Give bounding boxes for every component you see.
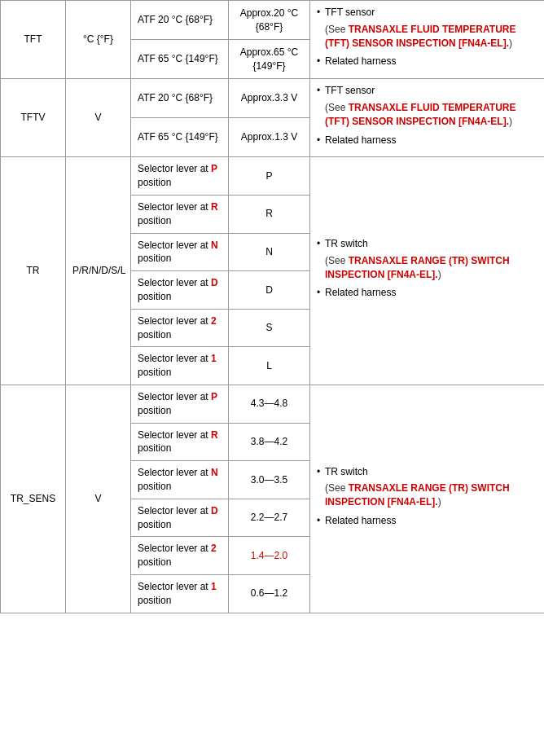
tr-val-n: N — [229, 233, 310, 271]
tft-unit: °C {°F} — [66, 1, 131, 79]
tr-inspection-item1: TR switch (See TRANSAXLE RANGE (TR) SWIT… — [317, 237, 537, 281]
trsens-see-bold: TRANSAXLE RANGE (TR) SWITCH INSPECTION [… — [325, 482, 510, 508]
tft-val2: Approx.65 °C {149°F} — [229, 40, 310, 79]
trsens-val-n: 3.0—3.5 — [229, 461, 310, 499]
tft-see-text: (See TRANSAXLE FLUID TEMPERATURE (TFT) S… — [325, 23, 537, 51]
tr-cond-r: Selector lever at R position — [131, 195, 229, 233]
tr-val-p: P — [229, 157, 310, 196]
table-row-tr-1: TR P/R/N/D/S/L Selector lever at P posit… — [1, 157, 545, 196]
trsens-cond-r: Selector lever at R position — [131, 423, 229, 461]
tr-inspection: TR switch (See TRANSAXLE RANGE (TR) SWIT… — [310, 157, 545, 385]
tft-name: TFT — [1, 1, 66, 79]
trsens-inspection: TR switch (See TRANSAXLE RANGE (TR) SWIT… — [310, 385, 545, 613]
tr-see-bold: TRANSAXLE RANGE (TR) SWITCH INSPECTION [… — [325, 255, 510, 280]
tftv-inspection: TFT sensor (See TRANSAXLE FLUID TEMPERAT… — [310, 79, 545, 157]
tftv-cond2: ATF 65 °C {149°F} — [131, 118, 229, 157]
tft-cond2: ATF 65 °C {149°F} — [131, 40, 229, 79]
tft-cond1: ATF 20 °C {68°F} — [131, 1, 229, 40]
trsens-cond-l: Selector lever at 1 position — [131, 574, 229, 613]
trsens-cond-p: Selector lever at P position — [131, 385, 229, 423]
table-row-trsens-1: TR_SENS V Selector lever at P position 4… — [1, 385, 545, 423]
tftv-see-bold: TRANSAXLE FLUID TEMPERATURE (TFT) SENSOR… — [325, 102, 515, 127]
tftv-unit: V — [66, 79, 131, 157]
tr-unit: P/R/N/D/S/L — [66, 157, 131, 385]
tr-cond-l: Selector lever at 1 position — [131, 347, 229, 385]
tft-see-bold: TRANSAXLE FLUID TEMPERATURE (TFT) SENSOR… — [325, 24, 515, 49]
trsens-val-d: 2.2—2.7 — [229, 499, 310, 537]
tr-see-text: (See TRANSAXLE RANGE (TR) SWITCH INSPECT… — [325, 254, 537, 282]
tr-val-l: L — [229, 347, 310, 385]
tftv-val2: Approx.1.3 V — [229, 118, 310, 157]
tr-val-s: S — [229, 309, 310, 347]
tft-inspection-item2: Related harness — [317, 55, 537, 68]
trsens-unit: V — [66, 385, 131, 613]
tftv-cond1: ATF 20 °C {68°F} — [131, 79, 229, 118]
tft-inspection: TFT sensor (See TRANSAXLE FLUID TEMPERAT… — [310, 1, 545, 79]
tr-cond-d: Selector lever at D position — [131, 271, 229, 310]
trsens-cond-n: Selector lever at N position — [131, 461, 229, 499]
tr-val-d: D — [229, 271, 310, 310]
tftv-val1: Approx.3.3 V — [229, 79, 310, 118]
trsens-inspection-item1: TR switch (See TRANSAXLE RANGE (TR) SWIT… — [317, 465, 537, 509]
table-row-tftv: TFTV V ATF 20 °C {68°F} Approx.3.3 V TFT… — [1, 79, 545, 118]
table-row-tft: TFT °C {°F} ATF 20 °C {68°F} Approx.20 °… — [1, 1, 545, 40]
trsens-inspection-item2: Related harness — [317, 514, 537, 528]
trsens-name: TR_SENS — [1, 385, 66, 613]
tftv-name: TFTV — [1, 79, 66, 157]
tftv-inspection-item1: TFT sensor (See TRANSAXLE FLUID TEMPERAT… — [317, 84, 537, 128]
trsens-cond-s: Selector lever at 2 position — [131, 537, 229, 575]
tftv-inspection-item2: Related harness — [317, 134, 537, 147]
trsens-val-l: 0.6—1.2 — [229, 574, 310, 613]
trsens-val-p: 4.3—4.8 — [229, 385, 310, 423]
tr-val-r: R — [229, 195, 310, 233]
tft-inspection-item1: TFT sensor (See TRANSAXLE FLUID TEMPERAT… — [317, 6, 537, 50]
tftv-see-text: (See TRANSAXLE FLUID TEMPERATURE (TFT) S… — [325, 101, 537, 129]
trsens-see-text: (See TRANSAXLE RANGE (TR) SWITCH INSPECT… — [325, 481, 537, 509]
trsens-cond-d: Selector lever at D position — [131, 499, 229, 537]
tr-inspection-item2: Related harness — [317, 286, 537, 300]
tr-cond-p: Selector lever at P position — [131, 157, 229, 196]
tft-val1: Approx.20 °C {68°F} — [229, 1, 310, 40]
tr-cond-s: Selector lever at 2 position — [131, 309, 229, 347]
tr-cond-n: Selector lever at N position — [131, 233, 229, 271]
tr-name: TR — [1, 157, 66, 385]
trsens-val-r: 3.8—4.2 — [229, 423, 310, 461]
trsens-val-s: 1.4—2.0 — [229, 537, 310, 575]
